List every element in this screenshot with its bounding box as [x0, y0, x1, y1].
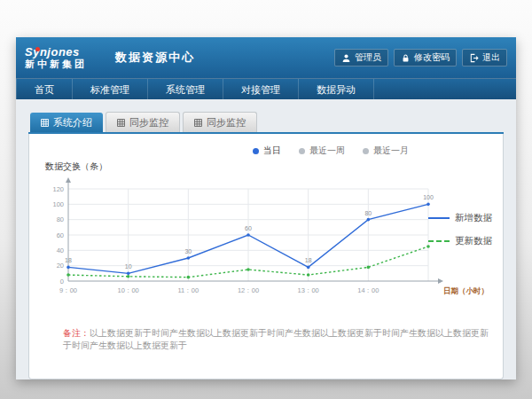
- user-icon: [341, 53, 351, 63]
- legend-item-new-data[interactable]: 新增数据: [428, 212, 492, 224]
- logout-button[interactable]: 退出: [462, 49, 507, 66]
- app-window: Synjones 新中新集团 数据资源中心 管理员 修改密码 退出: [16, 37, 516, 379]
- tab-sync-monitor-1[interactable]: 同步监控: [106, 112, 180, 132]
- range-filters: 当日 最近一周 最近一月: [38, 145, 409, 157]
- chart-svg: 0204060801001209：0010：0011：0012：0013：001…: [38, 175, 494, 308]
- svg-text:10：00: 10：00: [118, 286, 139, 294]
- footnote: 备注：以上数据更新于时间产生数据以上数据更新于时间产生数据以上数据更新于时间产生…: [38, 327, 494, 352]
- line-sample-dotted-icon: [428, 240, 450, 242]
- svg-text:40: 40: [57, 246, 64, 254]
- tab-sync-monitor-2[interactable]: 同步监控: [183, 112, 257, 132]
- svg-text:14：00: 14：00: [357, 286, 379, 294]
- user-button[interactable]: 管理员: [334, 49, 388, 66]
- nav-item-system-mgmt[interactable]: 系统管理: [148, 79, 223, 100]
- tab-label: 同步监控: [129, 113, 168, 132]
- nav-item-docking-mgmt[interactable]: 对接管理: [223, 79, 299, 100]
- footnote-prefix: 备注：: [63, 328, 90, 338]
- legend-item-updated-data[interactable]: 更新数据: [428, 235, 492, 247]
- svg-text:13：00: 13：00: [298, 286, 319, 294]
- header-actions: 管理员 修改密码 退出: [334, 49, 507, 66]
- chart-container: 0204060801001209：0010：0011：0012：0013：001…: [38, 175, 494, 311]
- grid-icon: [194, 119, 202, 127]
- grid-icon: [41, 119, 49, 127]
- filter-label: 最近一月: [373, 145, 409, 157]
- content-area: 系统介绍 同步监控 同步监控 当日: [16, 99, 516, 379]
- logout-label: 退出: [482, 51, 500, 64]
- svg-text:80: 80: [57, 215, 64, 223]
- logo-secondary: 新中新集团: [25, 59, 101, 69]
- grid-icon: [117, 119, 125, 127]
- y-axis-title: 数据交换（条）: [45, 160, 494, 173]
- user-label: 管理员: [355, 51, 381, 64]
- svg-text:120: 120: [52, 185, 64, 193]
- svg-text:日期（小时）: 日期（小时）: [443, 286, 489, 295]
- app-header: Synjones 新中新集团 数据资源中心 管理员 修改密码 退出: [16, 37, 516, 78]
- chart-panel: 当日 最近一周 最近一月 数据交换（条） 0204060801001209：00…: [28, 134, 504, 379]
- logo-dot-icon: [35, 47, 40, 51]
- nav-item-standard-mgmt[interactable]: 标准管理: [73, 79, 148, 100]
- filter-last-week[interactable]: 最近一周: [299, 145, 345, 157]
- page-title: 数据资源中心: [115, 50, 195, 66]
- filter-today[interactable]: 当日: [253, 145, 281, 157]
- svg-text:60: 60: [245, 225, 252, 231]
- tab-label: 系统介绍: [53, 113, 92, 132]
- change-password-button[interactable]: 修改密码: [394, 49, 457, 66]
- svg-text:20: 20: [57, 262, 64, 270]
- line-sample-solid-icon: [428, 217, 450, 219]
- tab-system-intro[interactable]: 系统介绍: [30, 113, 103, 132]
- footnote-text: 以上数据更新于时间产生数据以上数据更新于时间产生数据以上数据更新于时间产生数据以…: [63, 328, 489, 350]
- svg-text:9：00: 9：00: [59, 286, 77, 294]
- svg-text:100: 100: [423, 194, 434, 200]
- nav-item-data-changes[interactable]: 数据异动: [299, 79, 374, 100]
- change-password-label: 修改密码: [414, 51, 450, 64]
- brand-logo[interactable]: Synjones 新中新集团: [25, 46, 101, 69]
- chart-legend: 新增数据 更新数据: [428, 212, 492, 247]
- nav-item-home[interactable]: 首页: [16, 79, 73, 100]
- svg-text:11：00: 11：00: [178, 286, 200, 294]
- svg-text:18: 18: [305, 257, 312, 263]
- svg-text:30: 30: [184, 248, 192, 254]
- filter-label: 最近一周: [309, 145, 345, 157]
- svg-text:18: 18: [65, 257, 72, 263]
- radio-dot-icon: [253, 148, 259, 154]
- svg-text:12：00: 12：00: [238, 286, 259, 294]
- svg-text:80: 80: [364, 210, 372, 216]
- svg-text:0: 0: [60, 278, 64, 286]
- radio-dot-icon: [363, 148, 369, 154]
- tab-label: 同步监控: [207, 113, 246, 132]
- main-nav: 首页 标准管理 系统管理 对接管理 数据异动: [16, 78, 516, 100]
- filter-label: 当日: [263, 145, 281, 157]
- logout-icon: [469, 53, 479, 63]
- radio-dot-icon: [299, 148, 305, 154]
- svg-text:60: 60: [57, 231, 64, 239]
- legend-label: 更新数据: [455, 235, 492, 247]
- lock-icon: [401, 53, 411, 63]
- tab-bar: 系统介绍 同步监控 同步监控: [28, 112, 504, 134]
- filter-last-month[interactable]: 最近一月: [363, 145, 409, 157]
- svg-text:100: 100: [52, 200, 64, 208]
- svg-text:10: 10: [125, 263, 132, 270]
- legend-label: 新增数据: [455, 212, 492, 224]
